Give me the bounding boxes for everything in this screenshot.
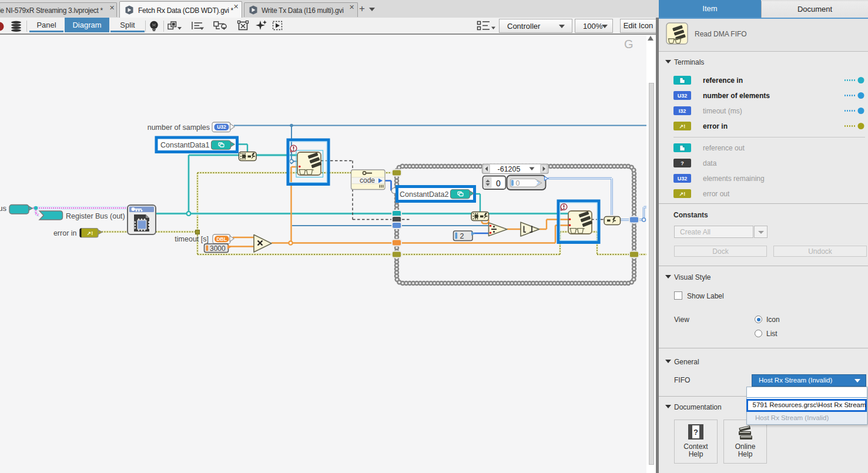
svg-text:↗!: ↗! (87, 230, 93, 236)
svg-text:Register Bus (out): Register Bus (out) (66, 212, 125, 220)
svg-text:number of samples: number of samples (148, 123, 210, 132)
svg-text:code: code (360, 176, 375, 184)
svg-text:timeout [s]: timeout [s] (175, 235, 209, 243)
svg-text:reference out: reference out (703, 144, 745, 152)
svg-text:reference in: reference in (703, 76, 743, 85)
svg-text:elements remaining: elements remaining (703, 175, 765, 183)
svg-text:0: 0 (496, 179, 501, 188)
svg-text:timeout (ms): timeout (ms) (703, 107, 742, 115)
svg-text:U32: U32 (678, 176, 688, 182)
svg-text:error in: error in (53, 229, 77, 237)
svg-text:?: ? (693, 428, 698, 437)
svg-text:0: 0 (516, 179, 520, 187)
svg-text:U32: U32 (678, 93, 688, 99)
svg-text:U32: U32 (217, 124, 226, 130)
svg-text:error out: error out (703, 190, 730, 198)
svg-text:I32: I32 (679, 108, 686, 114)
svg-text:us: us (0, 204, 6, 213)
svg-text:G: G (624, 38, 634, 51)
svg-text:↗!: ↗! (679, 191, 686, 197)
svg-text:number of elements: number of elements (703, 92, 770, 100)
svg-text:data: data (703, 159, 717, 167)
svg-text:2: 2 (460, 232, 464, 240)
svg-text:ConstantData2: ConstantData2 (400, 190, 448, 199)
svg-text:DBL: DBL (216, 236, 226, 242)
svg-text:error in: error in (703, 122, 728, 130)
svg-text:ConstantData1: ConstantData1 (160, 141, 209, 149)
svg-text:-61205: -61205 (498, 165, 521, 173)
svg-text:3000: 3000 (210, 244, 226, 253)
svg-text:↗!: ↗! (679, 123, 686, 129)
svg-text:?: ? (681, 160, 684, 166)
